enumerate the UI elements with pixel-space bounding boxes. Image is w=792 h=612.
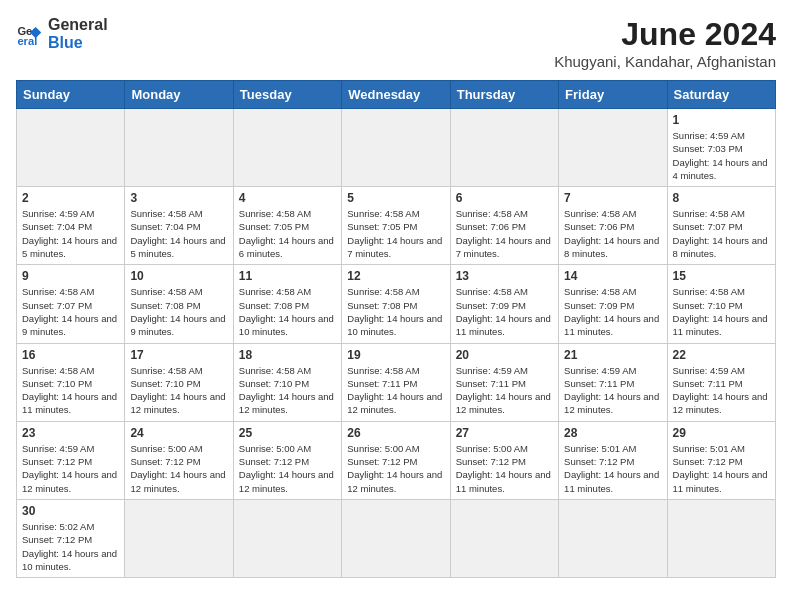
day-number: 4 <box>239 191 336 205</box>
page-header: Gen eral General Blue June 2024 Khugyani… <box>16 16 776 70</box>
day-header-monday: Monday <box>125 81 233 109</box>
calendar-day-cell: 22 Sunrise: 4:59 AM Sunset: 7:11 PM Dayl… <box>667 343 775 421</box>
calendar-table: SundayMondayTuesdayWednesdayThursdayFrid… <box>16 80 776 578</box>
day-info: Sunrise: 4:59 AM Sunset: 7:12 PM Dayligh… <box>22 442 119 495</box>
day-header-wednesday: Wednesday <box>342 81 450 109</box>
calendar-week-row: 1 Sunrise: 4:59 AM Sunset: 7:03 PM Dayli… <box>17 109 776 187</box>
day-number: 23 <box>22 426 119 440</box>
calendar-day-cell: 26 Sunrise: 5:00 AM Sunset: 7:12 PM Dayl… <box>342 421 450 499</box>
day-info: Sunrise: 5:01 AM Sunset: 7:12 PM Dayligh… <box>564 442 661 495</box>
calendar-day-cell: 6 Sunrise: 4:58 AM Sunset: 7:06 PM Dayli… <box>450 187 558 265</box>
logo-icon: Gen eral <box>16 20 44 48</box>
day-number: 14 <box>564 269 661 283</box>
calendar-header-row: SundayMondayTuesdayWednesdayThursdayFrid… <box>17 81 776 109</box>
day-number: 27 <box>456 426 553 440</box>
day-header-thursday: Thursday <box>450 81 558 109</box>
month-title: June 2024 <box>554 16 776 53</box>
day-number: 7 <box>564 191 661 205</box>
day-info: Sunrise: 4:58 AM Sunset: 7:06 PM Dayligh… <box>456 207 553 260</box>
day-number: 16 <box>22 348 119 362</box>
day-number: 17 <box>130 348 227 362</box>
day-info: Sunrise: 4:59 AM Sunset: 7:04 PM Dayligh… <box>22 207 119 260</box>
day-number: 9 <box>22 269 119 283</box>
day-info: Sunrise: 4:58 AM Sunset: 7:10 PM Dayligh… <box>22 364 119 417</box>
day-info: Sunrise: 5:02 AM Sunset: 7:12 PM Dayligh… <box>22 520 119 573</box>
title-block: June 2024 Khugyani, Kandahar, Afghanista… <box>554 16 776 70</box>
svg-text:eral: eral <box>17 35 37 47</box>
day-number: 8 <box>673 191 770 205</box>
day-info: Sunrise: 4:58 AM Sunset: 7:05 PM Dayligh… <box>239 207 336 260</box>
day-number: 29 <box>673 426 770 440</box>
day-number: 21 <box>564 348 661 362</box>
day-number: 25 <box>239 426 336 440</box>
day-info: Sunrise: 4:58 AM Sunset: 7:08 PM Dayligh… <box>130 285 227 338</box>
day-header-tuesday: Tuesday <box>233 81 341 109</box>
calendar-day-cell: 20 Sunrise: 4:59 AM Sunset: 7:11 PM Dayl… <box>450 343 558 421</box>
calendar-week-row: 2 Sunrise: 4:59 AM Sunset: 7:04 PM Dayli… <box>17 187 776 265</box>
day-info: Sunrise: 4:58 AM Sunset: 7:10 PM Dayligh… <box>130 364 227 417</box>
calendar-day-cell: 17 Sunrise: 4:58 AM Sunset: 7:10 PM Dayl… <box>125 343 233 421</box>
day-info: Sunrise: 4:58 AM Sunset: 7:10 PM Dayligh… <box>673 285 770 338</box>
day-info: Sunrise: 4:59 AM Sunset: 7:11 PM Dayligh… <box>673 364 770 417</box>
calendar-day-cell: 15 Sunrise: 4:58 AM Sunset: 7:10 PM Dayl… <box>667 265 775 343</box>
day-number: 15 <box>673 269 770 283</box>
calendar-day-cell <box>342 109 450 187</box>
calendar-week-row: 30 Sunrise: 5:02 AM Sunset: 7:12 PM Dayl… <box>17 499 776 577</box>
calendar-day-cell: 5 Sunrise: 4:58 AM Sunset: 7:05 PM Dayli… <box>342 187 450 265</box>
calendar-day-cell: 25 Sunrise: 5:00 AM Sunset: 7:12 PM Dayl… <box>233 421 341 499</box>
day-number: 19 <box>347 348 444 362</box>
day-info: Sunrise: 4:58 AM Sunset: 7:06 PM Dayligh… <box>564 207 661 260</box>
day-info: Sunrise: 4:58 AM Sunset: 7:10 PM Dayligh… <box>239 364 336 417</box>
day-number: 26 <box>347 426 444 440</box>
calendar-day-cell: 9 Sunrise: 4:58 AM Sunset: 7:07 PM Dayli… <box>17 265 125 343</box>
day-number: 18 <box>239 348 336 362</box>
day-info: Sunrise: 5:00 AM Sunset: 7:12 PM Dayligh… <box>239 442 336 495</box>
calendar-day-cell <box>125 499 233 577</box>
calendar-day-cell <box>125 109 233 187</box>
calendar-day-cell: 10 Sunrise: 4:58 AM Sunset: 7:08 PM Dayl… <box>125 265 233 343</box>
day-number: 28 <box>564 426 661 440</box>
day-header-sunday: Sunday <box>17 81 125 109</box>
day-info: Sunrise: 4:58 AM Sunset: 7:09 PM Dayligh… <box>564 285 661 338</box>
day-info: Sunrise: 4:58 AM Sunset: 7:07 PM Dayligh… <box>22 285 119 338</box>
day-number: 6 <box>456 191 553 205</box>
calendar-day-cell: 28 Sunrise: 5:01 AM Sunset: 7:12 PM Dayl… <box>559 421 667 499</box>
day-header-saturday: Saturday <box>667 81 775 109</box>
day-info: Sunrise: 4:58 AM Sunset: 7:04 PM Dayligh… <box>130 207 227 260</box>
day-number: 1 <box>673 113 770 127</box>
calendar-week-row: 16 Sunrise: 4:58 AM Sunset: 7:10 PM Dayl… <box>17 343 776 421</box>
calendar-day-cell: 30 Sunrise: 5:02 AM Sunset: 7:12 PM Dayl… <box>17 499 125 577</box>
calendar-day-cell: 14 Sunrise: 4:58 AM Sunset: 7:09 PM Dayl… <box>559 265 667 343</box>
day-number: 10 <box>130 269 227 283</box>
calendar-day-cell: 1 Sunrise: 4:59 AM Sunset: 7:03 PM Dayli… <box>667 109 775 187</box>
day-number: 22 <box>673 348 770 362</box>
day-info: Sunrise: 4:59 AM Sunset: 7:11 PM Dayligh… <box>456 364 553 417</box>
calendar-day-cell: 11 Sunrise: 4:58 AM Sunset: 7:08 PM Dayl… <box>233 265 341 343</box>
calendar-week-row: 23 Sunrise: 4:59 AM Sunset: 7:12 PM Dayl… <box>17 421 776 499</box>
day-info: Sunrise: 5:01 AM Sunset: 7:12 PM Dayligh… <box>673 442 770 495</box>
day-number: 5 <box>347 191 444 205</box>
logo: Gen eral General Blue <box>16 16 108 51</box>
day-number: 3 <box>130 191 227 205</box>
calendar-day-cell: 13 Sunrise: 4:58 AM Sunset: 7:09 PM Dayl… <box>450 265 558 343</box>
day-number: 11 <box>239 269 336 283</box>
calendar-day-cell <box>233 499 341 577</box>
day-number: 2 <box>22 191 119 205</box>
calendar-day-cell: 27 Sunrise: 5:00 AM Sunset: 7:12 PM Dayl… <box>450 421 558 499</box>
calendar-day-cell: 3 Sunrise: 4:58 AM Sunset: 7:04 PM Dayli… <box>125 187 233 265</box>
calendar-day-cell <box>233 109 341 187</box>
day-info: Sunrise: 5:00 AM Sunset: 7:12 PM Dayligh… <box>456 442 553 495</box>
logo-general-text: General <box>48 16 108 34</box>
calendar-day-cell: 24 Sunrise: 5:00 AM Sunset: 7:12 PM Dayl… <box>125 421 233 499</box>
day-info: Sunrise: 4:58 AM Sunset: 7:08 PM Dayligh… <box>347 285 444 338</box>
calendar-week-row: 9 Sunrise: 4:58 AM Sunset: 7:07 PM Dayli… <box>17 265 776 343</box>
calendar-day-cell <box>450 499 558 577</box>
day-info: Sunrise: 4:58 AM Sunset: 7:09 PM Dayligh… <box>456 285 553 338</box>
day-header-friday: Friday <box>559 81 667 109</box>
day-info: Sunrise: 4:58 AM Sunset: 7:07 PM Dayligh… <box>673 207 770 260</box>
calendar-day-cell: 21 Sunrise: 4:59 AM Sunset: 7:11 PM Dayl… <box>559 343 667 421</box>
day-info: Sunrise: 4:59 AM Sunset: 7:11 PM Dayligh… <box>564 364 661 417</box>
calendar-day-cell: 23 Sunrise: 4:59 AM Sunset: 7:12 PM Dayl… <box>17 421 125 499</box>
day-number: 20 <box>456 348 553 362</box>
day-info: Sunrise: 4:58 AM Sunset: 7:05 PM Dayligh… <box>347 207 444 260</box>
